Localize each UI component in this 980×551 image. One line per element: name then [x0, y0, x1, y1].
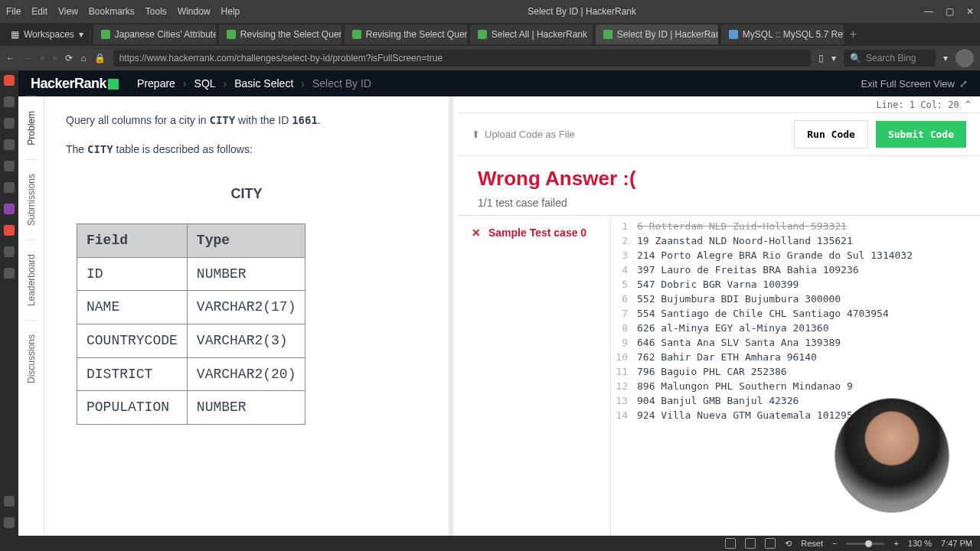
output-line: 3214 Porto Alegre BRA Rio Grande do Sul …: [611, 248, 980, 262]
status-icon[interactable]: [725, 538, 736, 549]
line-text: 796 Baguio PHL CAR 252386: [637, 366, 787, 377]
activity-icon[interactable]: [4, 96, 15, 107]
reload-icon[interactable]: ⟳: [65, 53, 73, 64]
menu-file[interactable]: File: [6, 6, 21, 17]
rewind-icon[interactable]: «: [40, 53, 45, 64]
search-placeholder: Search Bing: [866, 53, 916, 64]
exit-fullscreen-button[interactable]: Exit Full Screen View ⤢: [861, 78, 968, 90]
forward-icon[interactable]: →: [23, 53, 32, 64]
new-tab-button[interactable]: +: [850, 28, 857, 41]
line-number: 13: [611, 395, 637, 406]
webcam-overlay: [835, 398, 949, 513]
reset-button[interactable]: Reset: [801, 539, 823, 548]
activity-icon[interactable]: [4, 268, 15, 279]
tab-select-by-id[interactable]: Select By ID | HackerRank: [596, 24, 718, 44]
url-input[interactable]: https://www.hackerrank.com/challenges/se…: [113, 50, 811, 67]
chevron-up-icon[interactable]: ^: [965, 99, 971, 110]
output-line: 8626 al-Minya EGY al-Minya 201360: [611, 321, 980, 335]
workspaces-label: Workspaces: [24, 29, 74, 40]
menu-edit[interactable]: Edit: [31, 6, 47, 17]
titlebar: File Edit View Bookmarks Tools Window He…: [0, 0, 980, 23]
tab-label: Select All | HackerRank: [492, 29, 587, 40]
line-text: 646 Santa Ana SLV Santa Ana 139389: [637, 337, 841, 348]
line-text: 904 Banjul GMB Banjul 42326: [637, 395, 799, 406]
sync-icon[interactable]: ⟲: [785, 539, 792, 549]
home-icon[interactable]: ⌂: [80, 53, 86, 64]
activity-icon[interactable]: [4, 161, 15, 171]
favicon-icon: [227, 30, 236, 39]
chevron-down-icon[interactable]: ▾: [831, 53, 836, 64]
favicon-icon: [603, 30, 612, 39]
result-header: Wrong Answer :( 1/1 test case failed: [458, 156, 980, 215]
bookmark-icon[interactable]: ▯: [818, 53, 824, 64]
menu-items: File Edit View Bookmarks Tools Window He…: [6, 6, 240, 17]
menu-bookmarks[interactable]: Bookmarks: [89, 6, 135, 17]
activity-icon[interactable]: [4, 225, 15, 236]
download-icon[interactable]: [4, 517, 15, 528]
favicon-icon: [101, 30, 110, 39]
x-icon: ✕: [472, 227, 481, 239]
settings-icon[interactable]: [4, 496, 15, 507]
status-icon[interactable]: [745, 538, 756, 549]
workspaces-button[interactable]: ▦ Workspaces ▾: [5, 29, 90, 40]
line-number: 7: [611, 308, 637, 319]
line-text: 762 Bahir Dar ETH Amhara 96140: [637, 351, 817, 363]
run-code-button[interactable]: Run Code: [794, 120, 868, 148]
tab-revising-1[interactable]: Revising the Select Query I: [219, 24, 341, 44]
search-input[interactable]: 🔍 Search Bing: [844, 50, 936, 67]
upload-icon: ⬆: [472, 129, 480, 140]
output-line: 6552 Bujumbura BDI Bujumbura 300000: [611, 292, 980, 306]
line-text: 552 Bujumbura BDI Bujumbura 300000: [637, 293, 841, 305]
menu-window[interactable]: Window: [178, 6, 211, 17]
tab-problem[interactable]: Problem: [26, 96, 37, 159]
status-icon[interactable]: [765, 538, 776, 549]
bottom-status-bar: ⟲ Reset − + 130 % 7:47 PM: [0, 536, 980, 551]
tab-japanese-cities[interactable]: Japanese Cities' Attributes: [93, 24, 216, 44]
maximize-icon[interactable]: ▢: [946, 6, 954, 17]
breadcrumb-sql[interactable]: SQL: [194, 77, 216, 90]
breadcrumb-prepare[interactable]: Prepare: [137, 77, 175, 90]
line-text: 6 Rotterdam NLD Zuid-Holland 593321: [637, 220, 847, 232]
logo[interactable]: HackerRank: [31, 76, 119, 92]
activity-icon[interactable]: [4, 246, 15, 257]
breadcrumb-basic-select[interactable]: Basic Select: [234, 77, 293, 90]
tab-revising-2[interactable]: Revising the Select Query I: [345, 24, 467, 44]
tab-select-all[interactable]: Select All | HackerRank: [470, 24, 593, 44]
logo-square-icon: [108, 79, 119, 90]
activity-icon[interactable]: [4, 139, 15, 150]
tab-leaderboard[interactable]: Leaderboard: [26, 240, 37, 320]
line-number: 14: [611, 409, 637, 421]
test-case-item[interactable]: ✕ Sample Test case 0: [472, 227, 596, 239]
submit-code-button[interactable]: Submit Code: [876, 121, 966, 148]
activity-icon[interactable]: [4, 118, 15, 129]
back-icon[interactable]: ←: [6, 53, 15, 64]
activity-icon[interactable]: [4, 75, 15, 86]
zoom-in-icon[interactable]: +: [893, 539, 898, 548]
avatar[interactable]: [956, 49, 974, 67]
output-line: 4397 Lauro de Freitas BRA Bahia 109236: [611, 262, 980, 277]
tab-discussions[interactable]: Discussions: [26, 320, 37, 397]
tab-mysql-ref[interactable]: MySQL :: MySQL 5.7 Referen: [721, 24, 844, 44]
problem-text: with the ID: [235, 114, 292, 126]
line-number: 8: [611, 322, 637, 334]
output-line: 5547 Dobric BGR Varna 100399: [611, 277, 980, 292]
problem-panel[interactable]: Query all columns for a city in CITY wit…: [44, 96, 453, 536]
menu-view[interactable]: View: [58, 6, 78, 17]
exit-label: Exit Full Screen View: [861, 78, 955, 90]
chevron-down-icon[interactable]: ▾: [943, 53, 948, 64]
zoom-slider[interactable]: [846, 543, 884, 545]
tab-label: Japanese Cities' Attributes: [115, 29, 216, 40]
tabs-bar: ▦ Workspaces ▾ Japanese Cities' Attribut…: [0, 23, 980, 46]
ff-icon[interactable]: »: [53, 53, 58, 64]
zoom-out-icon[interactable]: −: [832, 539, 837, 548]
close-icon[interactable]: ✕: [966, 6, 974, 17]
upload-button[interactable]: ⬆ Upload Code as File: [472, 129, 575, 140]
tab-submissions[interactable]: Submissions: [26, 159, 37, 240]
line-number: 12: [611, 380, 637, 392]
activity-icon[interactable]: [4, 182, 15, 193]
output-line: 219 Zaanstad NLD Noord-Holland 135621: [611, 233, 980, 248]
activity-icon[interactable]: [4, 204, 15, 214]
menu-tools[interactable]: Tools: [145, 6, 167, 17]
minimize-icon[interactable]: —: [924, 6, 933, 17]
menu-help[interactable]: Help: [221, 6, 240, 17]
